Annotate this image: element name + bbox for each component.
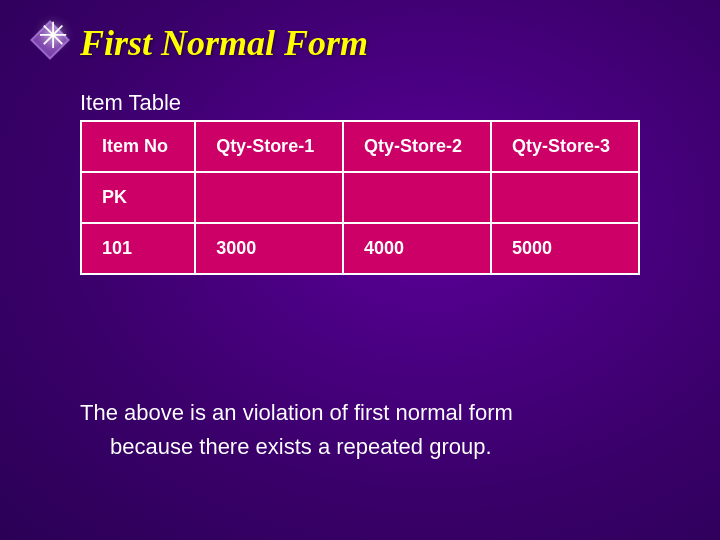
cell-pk-qty3 bbox=[491, 172, 639, 223]
cell-101-qty1: 3000 bbox=[195, 223, 343, 274]
col-header-qty-store-3: Qty-Store-3 bbox=[491, 121, 639, 172]
table-row: 101 3000 4000 5000 bbox=[81, 223, 639, 274]
cell-pk-qty2 bbox=[343, 172, 491, 223]
cell-pk: PK bbox=[81, 172, 195, 223]
col-header-item-no: Item No bbox=[81, 121, 195, 172]
logo-area: ✳ bbox=[30, 18, 78, 66]
table-container: Item No Qty-Store-1 Qty-Store-2 Qty-Stor… bbox=[80, 120, 640, 275]
item-table: Item No Qty-Store-1 Qty-Store-2 Qty-Stor… bbox=[80, 120, 640, 275]
table-header-row: Item No Qty-Store-1 Qty-Store-2 Qty-Stor… bbox=[81, 121, 639, 172]
col-header-qty-store-2: Qty-Store-2 bbox=[343, 121, 491, 172]
footer-line2: because there exists a repeated group. bbox=[80, 434, 660, 460]
page-title: First Normal Form bbox=[80, 22, 368, 64]
star-icon: ✳ bbox=[30, 18, 78, 66]
cell-101: 101 bbox=[81, 223, 195, 274]
footer-line1: The above is an violation of first norma… bbox=[80, 400, 660, 426]
col-header-qty-store-1: Qty-Store-1 bbox=[195, 121, 343, 172]
cell-pk-qty1 bbox=[195, 172, 343, 223]
section-subtitle: Item Table bbox=[80, 90, 181, 116]
footer-text: The above is an violation of first norma… bbox=[80, 400, 660, 460]
slide: ✳ First Normal Form Item Table Item No Q… bbox=[0, 0, 720, 540]
cell-101-qty3: 5000 bbox=[491, 223, 639, 274]
cell-101-qty2: 4000 bbox=[343, 223, 491, 274]
table-row: PK bbox=[81, 172, 639, 223]
